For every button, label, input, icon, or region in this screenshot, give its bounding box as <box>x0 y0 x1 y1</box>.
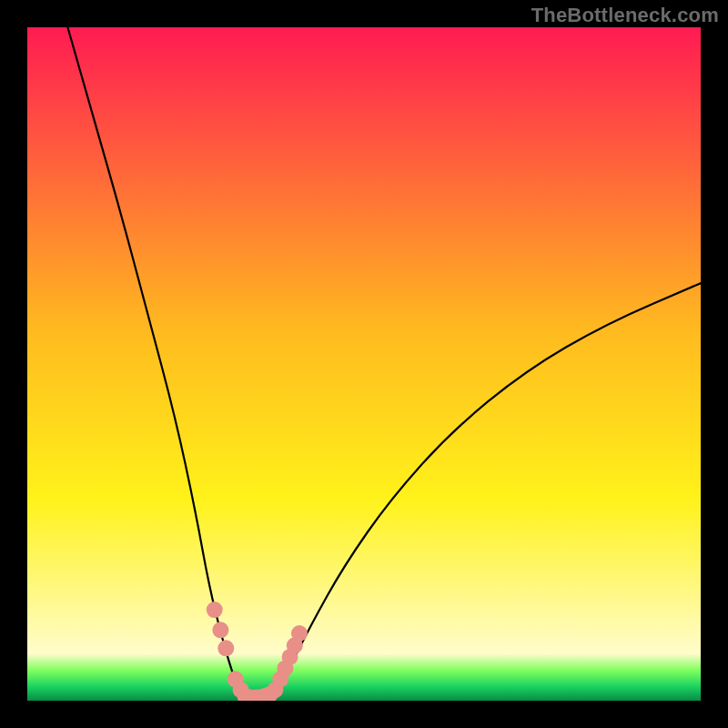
chart-background <box>27 27 701 701</box>
chart-svg <box>27 27 701 701</box>
marker-left-2 <box>217 640 234 656</box>
outer-frame: TheBottleneck.com <box>0 0 728 728</box>
marker-right-5 <box>291 625 308 642</box>
marker-left-0 <box>207 602 223 618</box>
marker-left-1 <box>212 622 228 638</box>
marker-trough <box>246 694 270 698</box>
chart-plot-area <box>27 27 701 701</box>
watermark-text: TheBottleneck.com <box>531 4 719 27</box>
